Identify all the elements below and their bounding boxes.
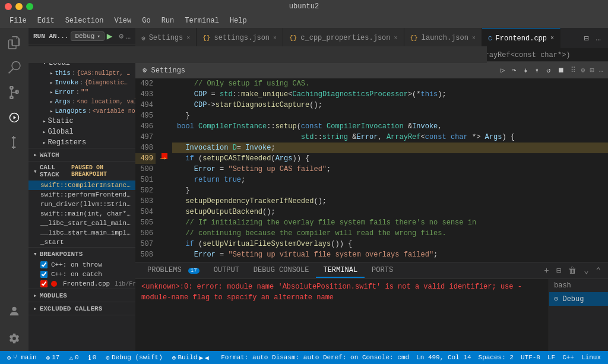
activity-explorer[interactable] <box>4 33 24 53</box>
status-encoding-text: UTF-8 <box>521 354 540 361</box>
debug-settings-icon[interactable]: ⚙ <box>119 31 124 41</box>
status-debug[interactable]: ⊙ ⑂ main <box>5 354 39 362</box>
editor-layout-icon[interactable]: ⊡ <box>588 66 597 75</box>
debug-step-over-icon[interactable]: ↷ <box>508 66 520 75</box>
debug-restart-icon[interactable]: ↺ <box>543 66 554 75</box>
menu-edit[interactable]: Edit <box>33 15 59 26</box>
tab-launch-close[interactable]: × <box>472 35 476 42</box>
status-errors[interactable]: ⊗ 17 <box>44 354 62 362</box>
panel-trash-icon[interactable]: 🗑 <box>566 265 579 277</box>
call-stack-item-5[interactable]: __libc_start_main_impl @_@_0... <box>28 228 135 238</box>
call-stack-header[interactable]: ▾ CALL STACK Paused on breakpoint <box>28 162 135 181</box>
editor-settings-icon[interactable]: ⚙ <box>578 66 587 75</box>
status-warnings[interactable]: ⚠ 0 <box>66 354 81 362</box>
var-langopts[interactable]: ▸ LangOpts : <variable not available... <box>28 106 135 116</box>
breakpoints-header[interactable]: ▾ BREAKPOINTS <box>28 248 135 260</box>
debug-step-out-icon[interactable]: ↟ <box>531 66 543 75</box>
shell-bash[interactable]: bash <box>549 279 608 292</box>
var-invoke[interactable]: ▸ Invoke : {DiagnosticInvocationTargetBu… <box>28 78 135 87</box>
call-stack-item-6[interactable]: _start <box>28 238 135 247</box>
call-stack-item-3[interactable]: swift::main(int, char**+... <box>28 209 135 219</box>
close-button[interactable] <box>5 3 12 10</box>
traffic-lights[interactable] <box>5 3 33 10</box>
panel-split-icon[interactable]: ⊟ <box>554 264 563 277</box>
breakpoint-cpp-throw[interactable]: C++: on throw <box>28 260 135 270</box>
maximize-button[interactable] <box>26 3 33 10</box>
tab-settings-json[interactable]: {} settings.json × <box>197 28 283 48</box>
tab-settings[interactable]: ⚙ Settings × <box>135 28 197 48</box>
tab-frontend-close[interactable]: × <box>550 35 554 42</box>
debug-more-icon[interactable]: … <box>126 32 131 41</box>
menu-help[interactable]: Help <box>225 15 252 26</box>
panel-expand-icon[interactable]: ⌃ <box>594 264 603 277</box>
var-error[interactable]: ▸ Error : "" <box>28 87 135 97</box>
status-position[interactable]: Ln 499, Col 14 <box>414 354 473 361</box>
split-editor-icon[interactable]: ⊟ <box>581 32 591 45</box>
var-args[interactable]: ▸ Args : <no location, value may h... <box>28 97 135 106</box>
tab-output[interactable]: OUTPUT <box>207 264 246 278</box>
status-language[interactable]: C++ <box>560 354 577 361</box>
tab-cpp-props-close[interactable]: × <box>394 35 398 42</box>
status-eol[interactable]: LF <box>545 354 558 361</box>
tab-launch-json[interactable]: {} launch.json × <box>404 28 482 48</box>
activity-debug[interactable] <box>4 107 24 128</box>
tab-settings-json-close[interactable]: × <box>273 35 277 42</box>
editor-more-icon[interactable]: … <box>597 66 606 74</box>
code-editor[interactable]: 492 493 494 495 496 497 498 499 500 501 … <box>135 78 608 262</box>
activity-settings[interactable] <box>4 328 24 349</box>
call-stack-item-1[interactable]: swift::performFrontend(swi:ArrayR... <box>28 190 135 200</box>
debug-step-into-icon[interactable]: ↡ <box>520 66 531 75</box>
debug-continue-icon[interactable]: ▷ <box>497 66 508 75</box>
minimize-button[interactable] <box>15 3 23 10</box>
tab-problems[interactable]: PROBLEMS 17 <box>140 264 207 278</box>
bp-catch-checkbox[interactable] <box>40 271 48 278</box>
status-format[interactable]: Format: auto Disasm: auto Deref: on Cons… <box>218 354 411 361</box>
menu-selection[interactable]: Selection <box>61 15 109 26</box>
tab-cpp-props[interactable]: {} c_cpp_properties.json × <box>283 28 404 48</box>
status-debug-label[interactable]: ⊙ Debug (swift) <box>103 354 164 362</box>
tab-settings-close[interactable]: × <box>186 35 190 42</box>
excluded-callers-header[interactable]: ▸ EXCLUDED CALLERS <box>28 302 135 315</box>
menu-go[interactable]: Go <box>137 15 155 26</box>
panel-collapse-icon[interactable]: ⌄ <box>581 264 591 277</box>
tab-debug-console[interactable]: DEBUG CONSOLE <box>246 264 316 278</box>
tab-ports[interactable]: PORTS <box>365 264 400 278</box>
breakpoint-frontend[interactable]: Frontend.cpp lib/Frontend 199 <box>28 279 135 289</box>
bp-throw-checkbox[interactable] <box>40 261 48 268</box>
status-encoding[interactable]: UTF-8 <box>518 354 543 361</box>
debug-config-label: Debug <box>75 33 94 40</box>
status-linux[interactable]: Linux <box>579 354 603 361</box>
activity-search[interactable] <box>4 58 24 78</box>
panel-add-icon[interactable]: + <box>542 265 551 277</box>
call-stack-item-4[interactable]: __libc_start_call_main @_@_0... <box>28 219 135 228</box>
call-stack-item-2[interactable]: run_driver(llvm::StringRef, llvm:i... <box>28 200 135 209</box>
menu-view[interactable]: View <box>109 15 136 26</box>
debug-run-button[interactable]: ▶ <box>107 30 113 42</box>
menu-file[interactable]: File <box>5 15 31 26</box>
status-spaces[interactable]: Spaces: 2 <box>476 354 516 361</box>
status-info[interactable]: ℹ 0 <box>86 354 99 362</box>
breakpoint-cpp-catch[interactable]: C++: on catch <box>28 270 135 279</box>
var-registers[interactable]: ▸ Registers <box>28 137 135 148</box>
shell-debug[interactable]: ⊙ Debug <box>549 292 608 306</box>
var-global[interactable]: ▸ Global <box>28 126 135 137</box>
watch-header[interactable]: ▸ WATCH <box>28 148 135 161</box>
tab-frontend-cpp[interactable]: C Frontend.cpp × <box>482 28 560 48</box>
var-static[interactable]: ▸ Static <box>28 116 135 126</box>
menu-terminal[interactable]: Terminal <box>180 15 224 26</box>
activity-scm[interactable] <box>4 83 24 103</box>
terminal-content[interactable]: <unknown>:0: error: module name 'Absolut… <box>135 279 549 351</box>
menu-run[interactable]: Run <box>157 15 179 26</box>
modules-header[interactable]: ▸ MODULES <box>28 289 135 302</box>
bp-frontend-checkbox[interactable] <box>40 280 48 287</box>
activity-accounts[interactable] <box>4 301 24 321</box>
more-actions-icon[interactable]: … <box>594 32 603 44</box>
activity-extensions[interactable] <box>4 132 24 153</box>
call-stack-item-0[interactable]: swift::CompilerInstance::setup(swi... <box>28 181 135 190</box>
status-build[interactable]: ⊕ Build ▶ ◀ <box>170 354 211 362</box>
tab-terminal[interactable]: TERMINAL <box>316 264 365 278</box>
debug-config-selector[interactable]: Debug ▾ <box>71 31 104 41</box>
debug-stop-icon[interactable]: ⏹ <box>554 66 568 75</box>
debug-toolbar-drag-icon[interactable]: ⠿ <box>568 66 578 75</box>
var-this[interactable]: ▸ this : {CAS:nullptr, RealCachir... <box>28 68 135 78</box>
